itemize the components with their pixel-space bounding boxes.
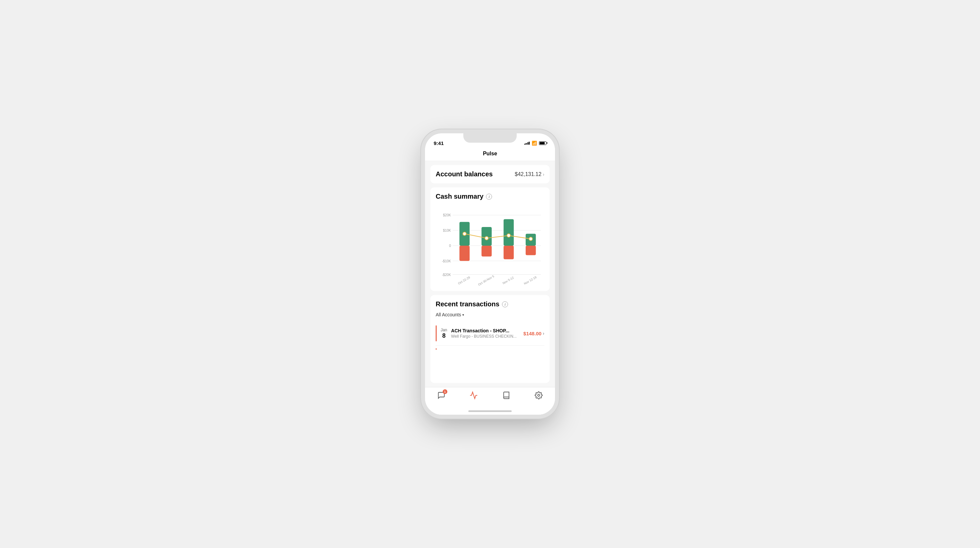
cash-summary-header: Cash summary i [436, 193, 544, 200]
transaction-item[interactable]: Jan 8 ACH Transaction - SHOP... Well Far… [436, 321, 544, 346]
svg-text:Nov 12-19: Nov 12-19 [523, 276, 537, 285]
recent-transactions-header: Recent transactions i [436, 300, 544, 308]
signal-bars-icon [524, 142, 530, 145]
nav-item-messages[interactable]: 1 [425, 391, 458, 400]
status-time: 9:41 [434, 140, 444, 146]
page-title: Pulse [483, 151, 497, 156]
nav-item-bookkeeping[interactable] [490, 391, 523, 400]
svg-text:Oct 22-29: Oct 22-29 [457, 276, 471, 285]
account-balance-value: $42,131.12 [515, 171, 541, 177]
cash-summary-info-icon[interactable]: i [486, 194, 492, 200]
svg-text:-$10K: -$10K [442, 259, 451, 263]
account-balances-card[interactable]: Account balances $42,131.12 › [430, 165, 550, 183]
svg-text:Nov 5-12: Nov 5-12 [502, 276, 514, 285]
book-icon[interactable] [502, 391, 511, 400]
svg-point-21 [529, 237, 532, 241]
messages-badge: 1 [443, 389, 447, 394]
transaction-month: Jan [441, 328, 447, 332]
svg-text:0: 0 [449, 244, 451, 248]
transaction-chevron: › [542, 331, 544, 336]
nav-item-settings[interactable] [523, 391, 555, 400]
page-header: Pulse [425, 148, 555, 161]
svg-rect-15 [504, 246, 514, 259]
transaction-indicator [436, 325, 437, 341]
chart-svg: $20K $10K 0 -$10K -$20K [436, 206, 544, 286]
svg-rect-14 [504, 219, 514, 246]
screen-content[interactable]: Pulse Account balances $42,131.12 › Cash… [425, 148, 555, 415]
nav-item-pulse[interactable] [458, 391, 490, 400]
transaction-name: ACH Transaction - SHOP... [451, 328, 523, 333]
svg-point-26 [538, 394, 540, 396]
heartbeat-icon[interactable] [469, 391, 478, 400]
svg-point-19 [485, 236, 488, 240]
svg-text:$10K: $10K [443, 229, 451, 233]
transaction-account: Well Fargo - BUSINESS CHECKIN... [451, 334, 523, 339]
home-indicator [468, 410, 512, 412]
gear-icon[interactable] [534, 391, 543, 400]
account-balances-chevron: › [542, 172, 544, 177]
svg-text:Oct 30-Nov 5: Oct 30-Nov 5 [477, 275, 495, 286]
svg-text:$20K: $20K [443, 213, 451, 217]
svg-rect-17 [526, 246, 536, 255]
svg-rect-13 [482, 246, 492, 256]
account-balances-title: Account balances [436, 170, 493, 178]
filter-label: All Accounts [436, 312, 461, 317]
battery-icon [539, 141, 546, 145]
recent-transactions-title: Recent transactions [436, 300, 500, 308]
transaction-amount-value: $148.00 [523, 331, 541, 336]
filter-dropdown[interactable]: All Accounts ▾ [436, 312, 544, 317]
account-balance-amount[interactable]: $42,131.12 › [515, 171, 544, 177]
filter-arrow-icon: ▾ [462, 313, 464, 317]
recent-transactions-card: Recent transactions i All Accounts ▾ Jan… [430, 295, 550, 383]
notch [463, 133, 517, 143]
svg-point-18 [463, 232, 466, 235]
recent-transactions-info-icon[interactable]: i [502, 301, 508, 307]
bottom-nav: 1 [425, 387, 555, 415]
account-balances-row: Account balances $42,131.12 › [436, 170, 544, 178]
next-transaction-indicator [436, 348, 437, 350]
wifi-icon: 📶 [532, 141, 537, 146]
cash-summary-card: Cash summary i $20K $10K 0 [430, 187, 550, 291]
transaction-amount[interactable]: $148.00 › [523, 331, 544, 336]
transaction-details: ACH Transaction - SHOP... Well Fargo - B… [451, 328, 523, 339]
svg-text:-$20K: -$20K [442, 273, 451, 277]
svg-point-20 [507, 234, 510, 237]
status-icons: 📶 [524, 141, 547, 146]
cash-summary-title: Cash summary [436, 193, 483, 200]
transaction-date: Jan 8 [441, 328, 447, 339]
transaction-day: 8 [441, 332, 447, 339]
cash-summary-chart: $20K $10K 0 -$10K -$20K [436, 206, 544, 286]
chat-icon[interactable]: 1 [437, 391, 446, 400]
phone-frame: 9:41 📶 Pulse Account balances $42, [425, 133, 555, 415]
svg-rect-11 [459, 246, 470, 261]
